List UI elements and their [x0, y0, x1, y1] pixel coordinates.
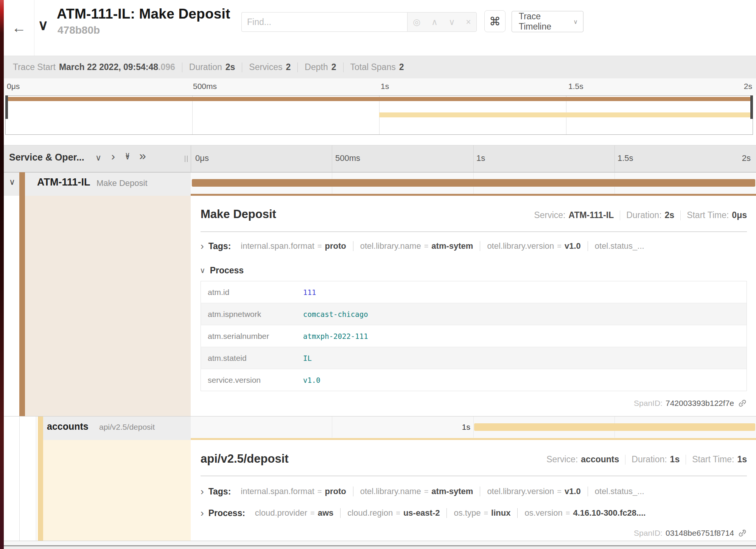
span1-detail-meta: Service:ATM-111-IL Duration:2s Start Tim… — [534, 210, 747, 220]
span2-spanid-row: SpanID: 03148be6751f8714 — [634, 529, 747, 538]
chevron-down-icon: ∨ — [573, 18, 578, 25]
services-value: 2 — [286, 62, 291, 72]
keyboard-shortcuts-button[interactable]: ⌘ — [484, 10, 506, 32]
tag-pair: internal.span.format=proto — [241, 487, 346, 496]
duration-value: 2s — [226, 62, 235, 72]
service-operation-header: Service & Oper... — [9, 152, 84, 163]
depth-value: 2 — [331, 62, 336, 72]
back-arrow-icon: ← — [12, 20, 26, 36]
span2-detail-title[interactable]: api/v2.5/deposit — [201, 452, 289, 466]
process-row: atm.ispnetwork comcast-chicago — [201, 303, 747, 325]
span1-left-tint — [25, 196, 191, 416]
tag-pair: otel.library.name=atm-sytem — [360, 487, 473, 496]
trace-start-ms: .096 — [158, 62, 175, 72]
view-selector-label: Trace Timeline — [519, 11, 573, 32]
trace-start-label: Trace Start — [13, 62, 56, 72]
collapse-all-icon[interactable]: ∨ — [95, 153, 101, 163]
collapse-trace-chevron-icon[interactable]: ∨ — [38, 17, 48, 33]
process-row: service.version v1.0 — [201, 369, 747, 391]
span1-color-bar — [19, 172, 25, 416]
double-chevron-right-icon[interactable]: » — [139, 149, 146, 163]
column-resize-grip[interactable] — [185, 156, 189, 162]
tag-pair: otel.library.version=v1.0 — [487, 241, 580, 251]
command-icon: ⌘ — [489, 15, 501, 28]
minimap-left-handle[interactable] — [5, 95, 8, 119]
grid-tick: 500ms — [335, 153, 360, 163]
prev-match-icon[interactable]: ∧ — [431, 17, 438, 27]
window-edge-strip — [0, 0, 4, 549]
span1-process-header[interactable]: ∨ Process — [200, 264, 244, 277]
tag-pair-truncated: otel.status_... — [595, 241, 644, 251]
tag-pair: internal.span.format=proto — [241, 241, 346, 251]
span2-process-row[interactable]: › Process: cloud.provider=aws cloud.regi… — [201, 506, 646, 520]
minimap-right-handle[interactable] — [750, 95, 753, 119]
locate-icon[interactable]: ◎ — [413, 17, 420, 27]
minimap-span2-bar — [379, 112, 752, 117]
grid-tick: 0μs — [195, 153, 209, 163]
trace-id-short: 478b80b — [58, 24, 100, 36]
span2-tags-row[interactable]: › Tags: internal.span.format=proto otel.… — [201, 485, 644, 498]
total-spans-value: 2 — [399, 62, 404, 72]
trace-timeline-page: ← ∨ ATM-111-IL: Make Deposit 478b80b ◎ ∧… — [0, 0, 756, 549]
minimap-ticks-row — [4, 78, 756, 95]
next-match-icon[interactable]: ∨ — [449, 17, 455, 27]
tag-pair: otel.library.version=v1.0 — [487, 487, 580, 496]
depth-label: Depth — [305, 62, 328, 72]
minimap-tick: 0μs — [7, 82, 20, 91]
minimap-tick: 500ms — [193, 82, 217, 91]
expand-one-icon[interactable]: › — [111, 150, 115, 163]
span1-duration-bar[interactable] — [192, 179, 755, 187]
duration-label: Duration — [189, 62, 222, 72]
span1-spanid-row: SpanID: 742003393b122f7e — [634, 399, 747, 408]
trace-summary-bar: Trace Start March 22 2022, 09:54:48 .096… — [4, 56, 756, 78]
span2-color-bar — [38, 416, 43, 541]
process-row: atm.stateid IL — [201, 347, 747, 369]
process-pair: os.version=4.16.10-300.fc28.... — [524, 508, 646, 518]
process-pair: cloud.provider=aws — [255, 508, 333, 518]
minimap-span1-bar — [6, 97, 752, 101]
span2-left-tint — [43, 440, 191, 541]
back-button[interactable]: ← — [4, 0, 34, 56]
span1-service-name: ATM-111-IL — [37, 176, 90, 188]
span1-process-table: atm.id 111 atm.ispnetwork comcast-chicag… — [201, 281, 747, 391]
services-label: Services — [249, 62, 282, 72]
minimap-tick: 2s — [744, 82, 752, 91]
total-spans-label: Total Spans — [350, 62, 396, 72]
link-icon[interactable] — [738, 529, 747, 538]
chevron-down-icon: ∨ — [200, 266, 205, 275]
span1-tags-row[interactable]: › Tags: internal.span.format=proto otel.… — [201, 239, 644, 253]
span2-detail-meta: Service:accounts Duration:1s Start Time:… — [546, 454, 747, 465]
link-icon[interactable] — [738, 399, 747, 408]
span2-spanid-value: 03148be6751f8714 — [666, 529, 734, 538]
span1-detail-title[interactable]: Make Deposit — [201, 207, 276, 221]
span2-bar-label: 1s — [462, 423, 470, 432]
span1-spanid-value: 742003393b122f7e — [666, 399, 734, 408]
span2-operation-name: api/v2.5/deposit — [99, 423, 155, 432]
grid-tick: 1s — [476, 153, 485, 163]
find-toolbar: ◎ ∧ ∨ × — [407, 12, 477, 32]
find-input[interactable] — [241, 12, 407, 32]
minimap-tick: 1s — [381, 82, 389, 91]
chevron-right-icon: › — [201, 509, 204, 517]
process-row: atm.id 111 — [201, 281, 747, 303]
view-selector-dropdown[interactable]: Trace Timeline ∨ — [512, 11, 583, 32]
span1-operation-name: Make Deposit — [96, 178, 148, 188]
tag-pair: otel.library.name=atm-sytem — [360, 241, 473, 251]
process-row: atm.serialnumber atmxph-2022-111 — [201, 325, 747, 347]
trace-start-value: March 22 2022, 09:54:48 — [59, 62, 158, 72]
page-title: ATM-111-IL: Make Deposit — [57, 6, 230, 22]
grid-tick: 2s — [742, 153, 751, 163]
bottom-gutter — [4, 541, 756, 545]
expand-all-icon[interactable]: ∨∨ — [125, 152, 130, 159]
minimap-tick: 1.5s — [568, 82, 583, 91]
tag-pair-truncated: otel.status_... — [595, 487, 644, 496]
span2-duration-bar[interactable] — [474, 423, 755, 431]
chevron-right-icon: › — [201, 242, 204, 250]
chevron-right-icon: › — [201, 488, 204, 495]
grid-header: Service & Oper... ∨ › ∨∨ » 0μs 500ms 1s … — [4, 145, 756, 172]
grid-tick: 1.5s — [618, 153, 633, 163]
clear-search-icon[interactable]: × — [466, 17, 471, 27]
row-collapse-chevron-icon[interactable]: ∨ — [9, 177, 15, 187]
window-bottom-edge — [4, 546, 756, 549]
process-pair: os.type=linux — [454, 508, 510, 518]
